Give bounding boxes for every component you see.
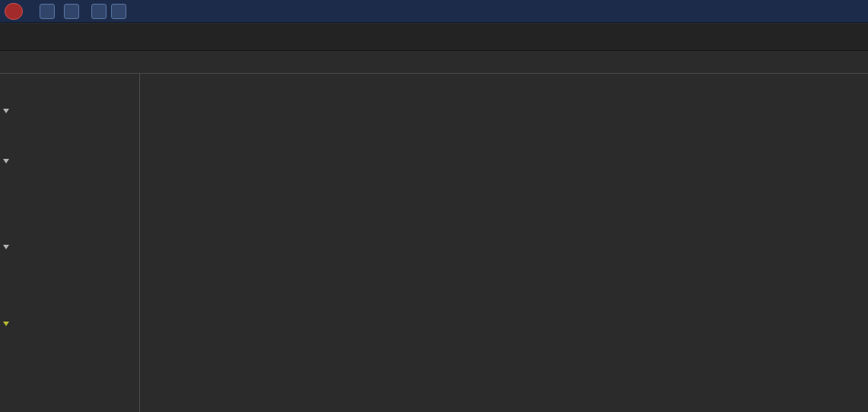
frame-overview[interactable]	[0, 24, 868, 51]
game-zone-row-2	[0, 268, 868, 279]
time-axis	[0, 52, 868, 74]
collapse-icon	[3, 322, 9, 326]
section-memory-header[interactable]	[3, 319, 31, 329]
focus-frame-button[interactable]	[111, 4, 126, 19]
frame-band-main[interactable]	[0, 74, 868, 88]
opengl-zone-row-1	[0, 117, 868, 128]
plot-11-curses-window	[0, 228, 868, 239]
plot-1-curses-window	[0, 293, 868, 304]
main-thread-zone-row-1	[0, 168, 868, 179]
chevron-right-icon	[67, 6, 77, 16]
game-zone-row-1	[0, 255, 868, 267]
section-opengl-header[interactable]	[3, 106, 13, 116]
collapse-icon	[3, 109, 9, 113]
main-thread-zone-row-2	[0, 180, 868, 192]
collapse-icon	[3, 159, 9, 163]
main-thread-zone-row-4	[0, 204, 868, 212]
next-frame-button[interactable]	[64, 4, 79, 19]
plot-11-curses-window-game	[0, 305, 868, 316]
section-main-thread-header[interactable]	[3, 156, 13, 166]
eye-icon	[138, 6, 148, 16]
game-message-markers	[0, 248, 868, 254]
toolbar	[0, 0, 868, 23]
zoom-out-button[interactable]	[91, 4, 107, 19]
profiler-window	[0, 0, 868, 412]
power-icon	[9, 6, 19, 16]
crosshair-icon	[114, 6, 124, 16]
plot-9-curses	[0, 215, 868, 227]
total-span-stat	[157, 6, 170, 16]
section-game-header[interactable]	[3, 242, 13, 252]
chevron-left-icon	[43, 6, 52, 16]
view-span-stat	[138, 6, 152, 16]
memory-icon	[13, 319, 23, 329]
power-button[interactable]	[5, 3, 23, 20]
prev-frame-button[interactable]	[40, 4, 55, 19]
collapse-icon	[3, 245, 9, 249]
game-zone-row-3	[0, 280, 868, 291]
layers-icon	[157, 6, 167, 16]
main-thread-zone-row-3	[0, 192, 868, 204]
frame-band-sub[interactable]	[0, 90, 868, 102]
opengl-zone-row-2	[0, 129, 868, 141]
opengl-zone-row-3	[0, 141, 868, 153]
caret-down-icon	[94, 6, 104, 16]
